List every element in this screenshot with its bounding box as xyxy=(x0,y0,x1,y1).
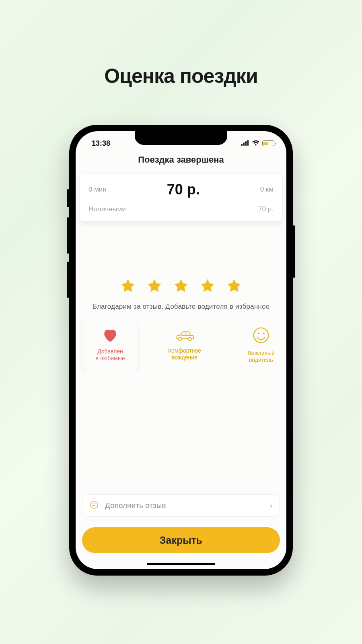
payment-amount: 70 р. xyxy=(258,205,274,213)
option-label: Вежливый xyxy=(247,350,275,356)
svg-point-5 xyxy=(188,337,191,340)
chat-icon xyxy=(90,500,99,511)
trip-distance: 0 км xyxy=(260,186,274,194)
svg-point-7 xyxy=(257,332,259,334)
phone-side-button xyxy=(67,217,69,254)
svg-rect-1 xyxy=(243,142,245,146)
option-label: Добавлен xyxy=(97,348,123,355)
add-review-placeholder: Дополнить отзыв xyxy=(105,501,263,510)
option-label: водитель xyxy=(249,357,273,363)
close-button-label: Закрыть xyxy=(160,535,202,546)
home-indicator[interactable] xyxy=(147,563,215,565)
battery-icon xyxy=(262,140,274,146)
svg-point-6 xyxy=(254,328,269,343)
svg-point-8 xyxy=(263,332,264,334)
rating-section: Благодарим за отзыв. Добавьте водителя в… xyxy=(76,278,286,371)
star-icon[interactable] xyxy=(200,278,216,294)
svg-point-9 xyxy=(90,501,98,508)
phone-notch xyxy=(135,131,227,145)
svg-rect-0 xyxy=(241,144,243,146)
phone-side-button xyxy=(67,262,69,298)
payment-method: Наличными xyxy=(88,205,126,213)
close-button[interactable]: Закрыть xyxy=(82,527,280,553)
car-icon xyxy=(174,329,195,343)
star-rating[interactable] xyxy=(80,278,282,294)
trip-summary-card: 0 мин 70 р. 0 км Наличными 70 р. xyxy=(80,174,282,221)
option-label: в любимые xyxy=(95,355,125,361)
phone-frame: 13:38 Поездка завершена 0 мин 70 р. 0 км… xyxy=(69,125,293,576)
option-label: вождение xyxy=(172,354,197,361)
smile-icon xyxy=(252,326,270,346)
chevron-right-icon: › xyxy=(270,501,272,510)
trip-duration: 0 мин xyxy=(88,186,107,194)
option-favorite[interactable]: Добавлен в любимые xyxy=(82,319,138,371)
phone-side-button xyxy=(293,225,295,278)
star-icon[interactable] xyxy=(173,278,189,294)
star-icon[interactable] xyxy=(146,278,162,294)
star-icon[interactable] xyxy=(120,278,136,294)
option-polite-driver[interactable]: Вежливый водитель xyxy=(231,319,282,371)
svg-point-4 xyxy=(179,337,182,340)
option-label: Комфортное xyxy=(168,347,201,354)
page-title: Оценка поездки xyxy=(0,64,362,88)
feedback-options-row[interactable]: Добавлен в любимые Комфортн xyxy=(80,319,282,371)
phone-side-button xyxy=(67,189,69,207)
wifi-icon xyxy=(252,139,260,148)
signal-icon xyxy=(241,139,249,148)
add-review-input[interactable]: Дополнить отзыв › xyxy=(82,494,280,517)
status-time: 13:38 xyxy=(92,139,110,148)
thanks-text: Благодарим за отзыв. Добавьте водителя в… xyxy=(80,303,282,311)
option-comfort-driving[interactable]: Комфортное вождение xyxy=(154,319,215,371)
phone-screen: 13:38 Поездка завершена 0 мин 70 р. 0 км… xyxy=(76,131,286,569)
star-icon[interactable] xyxy=(226,278,242,294)
heart-icon xyxy=(102,328,118,344)
svg-rect-3 xyxy=(247,140,249,146)
svg-rect-2 xyxy=(245,141,247,146)
trip-price: 70 р. xyxy=(167,181,200,198)
screen-title: Поездка завершена xyxy=(76,155,286,165)
